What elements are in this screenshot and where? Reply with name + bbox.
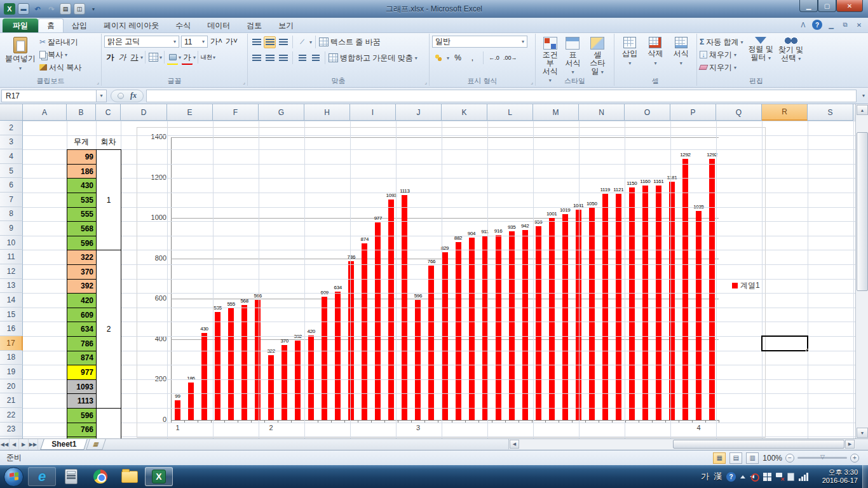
name-box-dropdown-icon[interactable]: ▾ <box>97 90 107 102</box>
column-header-N[interactable]: N <box>579 104 625 121</box>
copy-button[interactable]: 복사▾ <box>39 48 81 61</box>
taskbar-chrome-icon[interactable] <box>86 467 114 486</box>
chart-bar[interactable] <box>696 211 702 420</box>
network-signal-icon[interactable] <box>799 473 808 481</box>
chart-bar[interactable] <box>549 218 555 420</box>
fill-button[interactable]: ↓채우기▾ <box>700 48 743 61</box>
cell-b17[interactable]: 786 <box>67 336 97 351</box>
cell-b16[interactable]: 634 <box>67 322 97 337</box>
format-painter-button[interactable]: 서식 복사 <box>39 61 81 74</box>
row-header-6[interactable]: 6 <box>0 178 23 193</box>
chart-bar[interactable] <box>228 308 234 420</box>
column-header-K[interactable]: K <box>442 104 487 121</box>
row-header-21[interactable]: 21 <box>0 393 23 408</box>
row-header-14[interactable]: 14 <box>0 293 23 308</box>
column-header-E[interactable]: E <box>167 104 213 121</box>
name-box[interactable]: R17 <box>1 90 97 102</box>
cell-b20[interactable]: 1093 <box>67 379 97 395</box>
cell-b14[interactable]: 420 <box>67 293 97 308</box>
cut-button[interactable]: ✂잘라내기 <box>39 36 81 48</box>
vertical-scroll-thumb[interactable] <box>857 132 868 291</box>
grow-font-button[interactable]: 가˄ <box>210 36 223 48</box>
show-desktop-button[interactable] <box>862 465 868 488</box>
chart-bar[interactable] <box>496 235 501 420</box>
row-header-9[interactable]: 9 <box>0 221 23 236</box>
cell-b19[interactable]: 977 <box>67 365 97 380</box>
italic-button[interactable]: 가 <box>116 51 128 64</box>
comma-button[interactable]: , <box>466 52 478 64</box>
row-header-4[interactable]: 4 <box>0 149 23 164</box>
column-header-D[interactable]: D <box>121 104 167 121</box>
insert-cells-button[interactable]: 삽입▾ <box>620 36 640 69</box>
row-header-2[interactable]: 2 <box>0 121 23 135</box>
workbook-close-icon[interactable]: ✕ <box>854 20 864 30</box>
chart-bar[interactable] <box>281 345 287 420</box>
column-header-C[interactable]: C <box>96 104 121 121</box>
tray-grid-icon[interactable] <box>763 473 771 481</box>
zoom-in-button[interactable]: + <box>850 454 859 463</box>
chart-legend[interactable]: 계열1 <box>732 280 760 291</box>
align-right-button[interactable] <box>277 52 289 64</box>
merge-center-button[interactable]: 병합하고 가운데 맞춤▾ <box>329 51 417 64</box>
chart-bar[interactable] <box>175 400 180 420</box>
chart-bar[interactable] <box>201 333 207 420</box>
row-header-8[interactable]: 8 <box>0 207 23 222</box>
chart[interactable]: 계열1 020040060080010001200140099186430535… <box>137 127 766 438</box>
scroll-left-icon[interactable]: ◀ <box>510 440 519 449</box>
wrap-text-button[interactable]: 텍스트 줄 바꿈 <box>319 36 381 48</box>
chart-bar[interactable] <box>682 159 688 420</box>
row-header-5[interactable]: 5 <box>0 164 23 179</box>
clipboard-dialog-launcher[interactable]: ⌟ <box>97 79 99 85</box>
format-cells-button[interactable]: 서식▾ <box>671 36 691 69</box>
chart-bar[interactable] <box>415 300 421 420</box>
row-header-23[interactable]: 23 <box>0 423 23 437</box>
help-icon[interactable]: ? <box>812 20 822 30</box>
chart-bar[interactable] <box>509 231 515 420</box>
cell-b15[interactable]: 609 <box>67 308 97 323</box>
row-header-10[interactable]: 10 <box>0 236 23 250</box>
insert-worksheet-tab[interactable]: ▦ <box>86 439 107 450</box>
column-header-Q[interactable]: Q <box>716 104 762 121</box>
minimize-ribbon-icon[interactable]: ᐱ <box>798 20 808 30</box>
align-top-button[interactable] <box>250 36 262 48</box>
column-header-R[interactable]: R <box>762 104 808 121</box>
taskbar-excel-icon[interactable]: X <box>145 467 173 486</box>
workbook-minimize-icon[interactable]: ▁ <box>826 20 836 30</box>
column-header-I[interactable]: I <box>350 104 396 121</box>
sheet-grid[interactable]: 계열1 020040060080010001200140099186430535… <box>0 121 855 438</box>
percent-button[interactable]: % <box>452 52 464 64</box>
column-header-P[interactable]: P <box>670 104 716 121</box>
cell-b18[interactable]: 874 <box>67 351 97 366</box>
row-header-7[interactable]: 7 <box>0 193 23 207</box>
shrink-font-button[interactable]: 가˅ <box>225 36 238 48</box>
chart-bar[interactable] <box>428 266 434 420</box>
bold-button[interactable]: 가 <box>104 51 116 64</box>
row-header-12[interactable]: 12 <box>0 264 23 279</box>
align-left-button[interactable] <box>250 52 262 64</box>
sheet-tab-sheet1[interactable]: Sheet1 <box>40 439 88 450</box>
column-header-L[interactable]: L <box>487 104 533 121</box>
zoom-out-button[interactable]: − <box>785 454 794 463</box>
taskbar-clock[interactable]: 오후 3:30 2016-06-17 <box>822 468 858 485</box>
chart-bar[interactable] <box>709 159 715 420</box>
column-header-O[interactable]: O <box>625 104 670 121</box>
column-header-M[interactable]: M <box>533 104 579 121</box>
delete-cells-button[interactable]: 삭제▾ <box>645 36 665 69</box>
last-sheet-icon[interactable]: ▶▶ <box>29 439 38 450</box>
selected-cell-R17[interactable] <box>761 336 808 351</box>
tray-clipboard-icon[interactable] <box>787 473 794 481</box>
chart-bar[interactable] <box>629 187 635 420</box>
cell-b21[interactable]: 1113 <box>67 393 97 409</box>
cell-b3-weight-header[interactable]: 무게 <box>67 135 96 150</box>
horizontal-scroll-thumb[interactable] <box>673 440 844 449</box>
tab-review[interactable]: 검토 <box>238 18 270 32</box>
ime-lang-icon[interactable]: 가 <box>701 471 709 482</box>
ime-hanja-icon[interactable]: 漢 <box>714 471 722 482</box>
decrease-indent-button[interactable] <box>296 52 308 64</box>
font-size-select[interactable]: 11▾ <box>181 36 208 48</box>
number-format-select[interactable]: 일반▾ <box>432 36 527 48</box>
align-center-button[interactable] <box>264 52 276 64</box>
row-header-17[interactable]: 17 <box>0 336 23 351</box>
cell-b11[interactable]: 322 <box>67 250 97 265</box>
prev-sheet-icon[interactable]: ◀ <box>10 439 19 450</box>
